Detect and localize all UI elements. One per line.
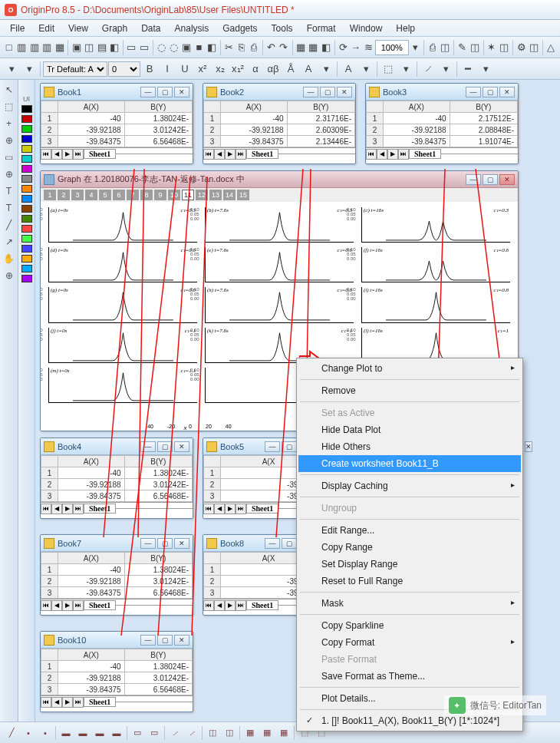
color-swatch[interactable] xyxy=(21,245,32,253)
format-button[interactable]: B xyxy=(141,61,158,78)
plot-panel[interactable]: 0.100.050.00 (m) t=0s c₁=1.1 xyxy=(48,368,197,403)
format-button[interactable]: x₂ xyxy=(212,61,229,78)
menu-analysis[interactable]: Analysis xyxy=(168,21,216,35)
maximize-button[interactable]: ▢ xyxy=(157,635,173,646)
format-button[interactable]: U xyxy=(176,61,193,78)
tab-last[interactable]: ⏭ xyxy=(73,697,84,708)
minimize-button[interactable]: — xyxy=(303,87,318,97)
plot-panel[interactable]: 0.100.050.00 (f) t=16s c₁=0.6 xyxy=(361,247,510,282)
toolbar-button[interactable]: ◫ xyxy=(499,39,510,56)
menu-item[interactable]: Display Caching xyxy=(298,477,521,494)
plot-panel[interactable]: 0.100.050.00 (e) t=7.6s c₁=0.6 xyxy=(205,247,354,282)
toolbar-button[interactable]: ◫ xyxy=(439,39,450,56)
menu-item[interactable]: Remove xyxy=(298,382,521,399)
menu-tools[interactable]: Tools xyxy=(265,21,300,35)
plot-panel[interactable]: 0.100.050.00 (j) t=0s c₁=1 xyxy=(48,328,197,363)
color-swatch[interactable] xyxy=(21,175,32,183)
sheet-tab[interactable]: Sheet1 xyxy=(246,504,278,513)
toolbar-button[interactable]: ✂ xyxy=(222,39,234,56)
status-tool[interactable]: ▦ xyxy=(277,726,291,740)
maximize-button[interactable]: ▢ xyxy=(157,538,173,549)
child-title-bar[interactable]: Book10 — ▢ ✕ xyxy=(41,632,193,649)
color-swatch[interactable] xyxy=(21,125,32,133)
toolbar-button[interactable]: ▦ xyxy=(54,39,65,56)
tool-button[interactable]: ⊕ xyxy=(2,134,16,147)
tab-last[interactable]: ⏭ xyxy=(236,149,246,160)
toolbar-button[interactable]: ◫ xyxy=(469,39,480,56)
plot-panel[interactable]: 0.100.050.00 (g) t=0s c₁=0.8 xyxy=(48,287,197,322)
toolbar-button[interactable]: ▥ xyxy=(28,39,40,56)
tab-first[interactable]: ⏮ xyxy=(41,697,51,708)
maximize-button[interactable]: ▢ xyxy=(282,441,297,452)
menu-format[interactable]: Format xyxy=(300,21,343,35)
format-button[interactable]: α xyxy=(247,61,264,78)
child-title-bar[interactable]: Book3 — ▢ ✕ xyxy=(366,84,518,101)
minimize-button[interactable]: — xyxy=(140,87,156,97)
toolbar-button[interactable]: ▦ xyxy=(295,39,306,56)
tab-prev[interactable]: ◀ xyxy=(51,149,62,160)
menu-item[interactable]: Save Format as Theme... xyxy=(298,668,521,685)
toolbar-button[interactable]: ⟳ xyxy=(337,39,348,56)
toolbar-button[interactable]: △ xyxy=(545,39,557,56)
tab-next[interactable]: ▶ xyxy=(225,504,236,514)
menu-item[interactable]: Reset to Full Range xyxy=(298,573,521,589)
minimize-button[interactable]: — xyxy=(466,174,481,185)
toolbar-button[interactable]: ◧ xyxy=(320,39,331,56)
toolbar-button[interactable]: ✎ xyxy=(456,39,468,56)
minimize-button[interactable]: — xyxy=(265,538,280,549)
status-tool[interactable]: ⟋ xyxy=(185,726,199,740)
tab-last[interactable]: ⏭ xyxy=(236,600,246,611)
format-button[interactable]: ⟋ xyxy=(420,61,436,78)
menu-item[interactable]: Copy Range xyxy=(298,539,521,556)
font-size-select[interactable]: 0 xyxy=(108,61,140,77)
plot-panel[interactable]: 0.100.050.00 (h) t=7.6s c₁=0.8 xyxy=(205,287,354,322)
color-swatch[interactable] xyxy=(21,225,32,233)
zoom-input[interactable] xyxy=(375,40,409,55)
status-tool[interactable]: • xyxy=(21,726,35,740)
child-title-bar[interactable]: Book4 — ▢ ✕ xyxy=(41,438,193,455)
menu-item[interactable]: Mask xyxy=(298,595,521,612)
tab-next[interactable]: ▶ xyxy=(225,149,236,160)
tab-prev[interactable]: ◀ xyxy=(214,149,225,160)
menu-view[interactable]: View xyxy=(61,21,95,35)
format-button[interactable]: ⬚ xyxy=(380,61,397,78)
tool-button[interactable]: ▭ xyxy=(2,150,16,164)
tab-first[interactable]: ⏮ xyxy=(203,504,214,514)
child-title-bar[interactable]: Graph 在 1.20180076-李志-TAN-返修-Tan.docx 中 … xyxy=(41,171,518,188)
toolbar-button[interactable]: ◫ xyxy=(84,39,95,56)
close-button[interactable]: ✕ xyxy=(174,441,189,452)
maximize-button[interactable]: ▢ xyxy=(157,87,173,97)
tool-button[interactable]: T xyxy=(2,201,16,215)
font-select[interactable]: Tr Default: A xyxy=(43,61,107,77)
dropdown-icon[interactable]: ▾ xyxy=(21,61,38,78)
close-button[interactable]: ✕ xyxy=(337,87,352,97)
status-tool[interactable]: ⟋ xyxy=(168,726,182,740)
maximize-button[interactable]: ▢ xyxy=(320,87,335,97)
plot-panel[interactable]: 0.100.050.00 (b) t=7.6s c₁=0.3 xyxy=(205,207,354,243)
worksheet-grid[interactable]: A(X)B(Y)1-401.38024E-2-39.921883.01242E-… xyxy=(41,552,193,599)
toolbar-button[interactable]: ⎘ xyxy=(236,39,247,56)
plot-panel[interactable]: 0.100.050.00 (d) t=0s c₁=0.6 xyxy=(48,247,197,282)
status-tool[interactable]: ╱ xyxy=(5,726,18,740)
sheet-tab[interactable]: Sheet1 xyxy=(84,600,116,610)
tab-first[interactable]: ⏮ xyxy=(203,149,214,160)
toolbar-button[interactable]: ⎙ xyxy=(248,39,259,56)
menu-item[interactable]: Hide Others xyxy=(298,438,521,455)
worksheet-grid[interactable]: A(X)B(Y)1-401.38024E-2-39.921883.01242E-… xyxy=(41,101,193,147)
format-button[interactable]: ▾ xyxy=(318,61,334,78)
status-tool[interactable]: ▬ xyxy=(110,726,124,740)
maximize-button[interactable]: ▢ xyxy=(483,87,498,97)
close-button[interactable]: ✕ xyxy=(499,174,515,185)
tool-button[interactable]: T xyxy=(2,184,16,198)
dropdown-icon[interactable]: ▾ xyxy=(3,61,20,78)
format-button[interactable]: ━ xyxy=(460,61,476,78)
menu-file[interactable]: File xyxy=(3,21,31,35)
status-tool[interactable]: ▬ xyxy=(93,726,107,740)
tab-last[interactable]: ⏭ xyxy=(398,149,409,160)
toolbar-button[interactable]: ▣ xyxy=(180,39,192,56)
menu-help[interactable]: Help xyxy=(389,21,422,35)
plot-panel[interactable]: 0.100.050.00 (i) t=16s c₁=0.8 xyxy=(361,287,510,322)
tab-last[interactable]: ⏭ xyxy=(73,600,84,611)
tool-button[interactable]: ╱ xyxy=(2,218,16,232)
menu-data[interactable]: Data xyxy=(134,21,167,35)
